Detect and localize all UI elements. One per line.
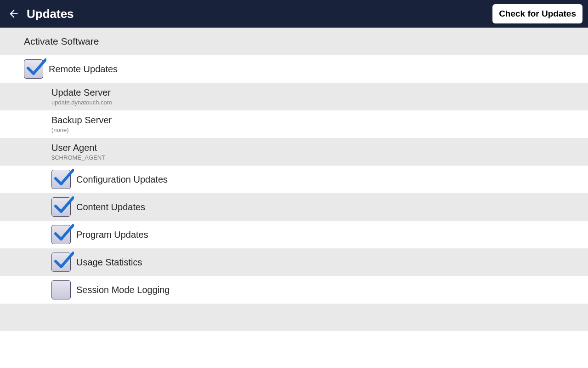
- user-agent-label: User Agent: [51, 143, 97, 153]
- remote-updates-row[interactable]: Remote Updates: [0, 55, 588, 83]
- remote-updates-label: Remote Updates: [49, 64, 118, 75]
- update-server-label: Update Server: [51, 87, 111, 98]
- user-agent-value: $CHROME_AGENT: [51, 154, 105, 161]
- content-updates-row[interactable]: Content Updates: [0, 193, 588, 221]
- program-updates-row[interactable]: Program Updates: [0, 221, 588, 248]
- backup-server-label: Backup Server: [51, 115, 112, 126]
- checkmark-icon: [53, 223, 74, 244]
- arrow-left-icon: [8, 8, 20, 20]
- backup-server-row[interactable]: Backup Server (none): [0, 110, 588, 138]
- page-title: Updates: [27, 7, 492, 21]
- program-updates-label: Program Updates: [76, 230, 148, 240]
- check-for-updates-button[interactable]: Check for Updates: [492, 4, 582, 23]
- content: Activate Software Remote Updates Update …: [0, 28, 588, 331]
- back-button[interactable]: [6, 6, 22, 22]
- session-mode-logging-label: Session Mode Logging: [76, 285, 170, 295]
- spacer-row: [0, 304, 588, 331]
- checkmark-icon: [53, 195, 74, 216]
- activate-software-row[interactable]: Activate Software: [0, 28, 588, 55]
- checkmark-icon: [25, 57, 46, 78]
- remote-updates-checkbox[interactable]: [24, 59, 43, 79]
- configuration-updates-checkbox[interactable]: [51, 170, 71, 189]
- usage-statistics-label: Usage Statistics: [76, 257, 142, 268]
- header: Updates Check for Updates: [0, 0, 588, 28]
- usage-statistics-row[interactable]: Usage Statistics: [0, 248, 588, 276]
- content-updates-checkbox[interactable]: [51, 197, 71, 217]
- user-agent-row[interactable]: User Agent $CHROME_AGENT: [0, 138, 588, 166]
- program-updates-checkbox[interactable]: [51, 225, 71, 244]
- update-server-value: update.dynatouch.com: [51, 99, 112, 106]
- checkmark-icon: [53, 250, 74, 271]
- configuration-updates-row[interactable]: Configuration Updates: [0, 166, 588, 193]
- backup-server-value: (none): [51, 126, 69, 133]
- usage-statistics-checkbox[interactable]: [51, 253, 71, 272]
- content-updates-label: Content Updates: [76, 202, 145, 213]
- session-mode-logging-row[interactable]: Session Mode Logging: [0, 276, 588, 304]
- session-mode-logging-checkbox[interactable]: [51, 280, 71, 299]
- configuration-updates-label: Configuration Updates: [76, 174, 168, 185]
- checkmark-icon: [53, 167, 74, 189]
- update-server-row[interactable]: Update Server update.dynatouch.com: [0, 83, 588, 110]
- activate-software-label: Activate Software: [24, 36, 99, 47]
